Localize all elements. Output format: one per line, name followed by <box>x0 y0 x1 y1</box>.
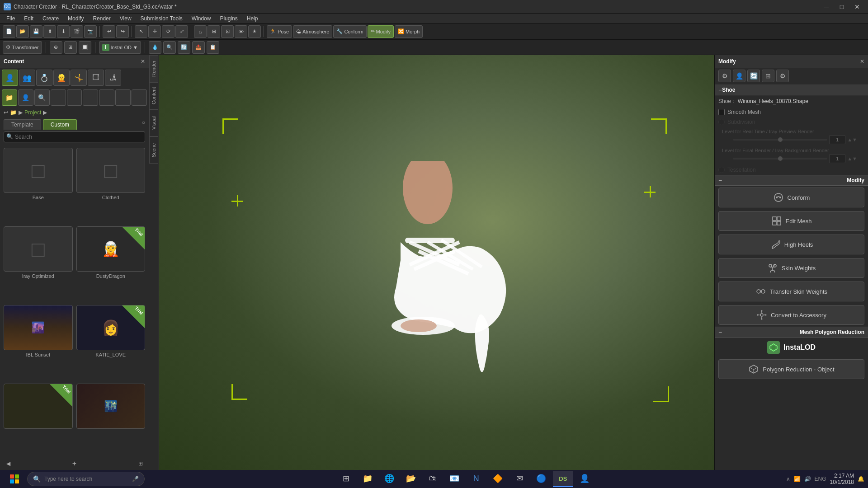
filter-btn[interactable]: 🔍 <box>34 89 50 106</box>
polygon-reduction-button[interactable]: Polygon Reduction - Object <box>718 359 864 379</box>
katie-thumb[interactable]: Trial 👩 <box>76 305 146 350</box>
instalod-button[interactable]: I InstaLOD ▼ <box>99 41 141 54</box>
clipboard-button[interactable]: 📋 <box>207 41 219 54</box>
taskbar-app9[interactable]: 🔵 <box>531 471 551 487</box>
open-file-button[interactable]: 📂 <box>16 25 29 38</box>
export2-button[interactable]: 📤 <box>192 41 205 54</box>
pose-icon-btn[interactable]: 🤸 <box>71 70 87 86</box>
level-realtime-value[interactable]: 1 <box>829 135 845 144</box>
taskbar-app7[interactable]: 🔶 <box>488 471 508 487</box>
rotate-button[interactable]: ⟳ <box>162 25 175 38</box>
menu-plugins[interactable]: Plugins <box>215 14 242 23</box>
content-side-tab[interactable]: Content <box>149 82 158 109</box>
level-realtime-thumb[interactable] <box>778 137 783 142</box>
menu-help[interactable]: Help <box>242 14 263 23</box>
animation-icon-btn[interactable]: 🎞 <box>88 70 104 86</box>
level-realtime-track[interactable] <box>733 139 827 141</box>
dustydragon-thumb[interactable]: Trial 🧝 <box>76 226 146 272</box>
magnify-button[interactable]: 🔍 <box>163 41 176 54</box>
level-final-thumb[interactable] <box>778 156 783 161</box>
menu-submission-tools[interactable]: Submission Tools <box>136 14 187 23</box>
group-button[interactable]: 🔲 <box>79 41 91 54</box>
modify-mesh-icon[interactable]: ⊞ <box>762 70 774 82</box>
taskbar-edge[interactable]: 🌐 <box>379 471 399 487</box>
refresh-button[interactable]: 🔄 <box>178 41 190 54</box>
scene-side-tab[interactable]: Scene <box>149 136 158 164</box>
list-item[interactable]: □ Iray Optimized <box>4 226 73 301</box>
empty-btn2[interactable] <box>67 89 82 106</box>
search-input[interactable] <box>4 131 145 142</box>
modify-section-header[interactable]: − Modify <box>715 175 868 186</box>
taskbar-app5[interactable]: 📧 <box>444 471 464 487</box>
empty-btn3[interactable] <box>83 89 98 106</box>
taskbar-notifications-icon[interactable]: 🔔 <box>858 476 864 482</box>
item7-thumb[interactable]: Trial <box>4 384 73 429</box>
close-button[interactable]: ✕ <box>850 2 864 11</box>
taskbar-wifi-icon[interactable]: 📶 <box>794 476 801 482</box>
conform-button[interactable]: Conform <box>718 188 864 207</box>
view-3d-button[interactable]: 👁 <box>235 25 247 38</box>
list-item[interactable]: □ Base <box>4 148 73 223</box>
import-button[interactable]: ⬆ <box>43 25 56 38</box>
save-file-button[interactable]: 💾 <box>30 25 42 38</box>
smooth-mesh-checkbox[interactable] <box>718 109 725 115</box>
list-item[interactable]: Trial 🧝 DustyDragon <box>76 226 146 301</box>
add-content-button[interactable]: + <box>70 459 79 468</box>
zoom-fit-button[interactable]: ⊞ <box>208 25 220 38</box>
level-final-arrows[interactable]: ▲▼ <box>847 156 857 161</box>
export-button[interactable]: ⬇ <box>57 25 70 38</box>
move-button[interactable]: ✛ <box>148 25 161 38</box>
list-view-btn[interactable]: 👤 <box>18 89 33 106</box>
modify-transform-icon[interactable]: 🔄 <box>747 70 760 82</box>
menu-render[interactable]: Render <box>88 14 115 23</box>
screenshot-button[interactable]: 📷 <box>84 25 97 38</box>
taskbar-volume-icon[interactable]: 🔊 <box>804 476 811 482</box>
list-item[interactable]: 🌆 IBL Sunset <box>4 305 73 380</box>
custom-tab[interactable]: Custom <box>43 119 77 130</box>
menu-window[interactable]: Window <box>187 14 216 23</box>
taskbar-store[interactable]: 🛍 <box>423 471 443 487</box>
template-tab[interactable]: Template <box>4 119 41 130</box>
render-button[interactable]: 🎬 <box>71 25 83 38</box>
menu-modify[interactable]: Modify <box>63 14 88 23</box>
undo-button[interactable]: ↩ <box>103 25 115 38</box>
new-file-button[interactable]: 📄 <box>3 25 15 38</box>
pose-button[interactable]: 🏃 Pose <box>267 25 292 38</box>
collapse-tab-icon[interactable]: ○ <box>142 119 145 130</box>
viewport[interactable] <box>159 55 714 470</box>
modify-toolbar-button[interactable]: ✏ Modify <box>368 25 394 38</box>
transformer-button[interactable]: ⚙ Transformer <box>3 41 42 54</box>
redo-button[interactable]: ↪ <box>116 25 129 38</box>
item8-thumb[interactable]: 🌃 <box>76 384 146 429</box>
iray-thumb[interactable]: □ <box>4 226 73 272</box>
task-view-button[interactable]: ⊞ <box>336 471 356 487</box>
level-final-track[interactable] <box>733 158 827 160</box>
base-thumb[interactable]: □ <box>4 148 73 193</box>
morph-toolbar-button[interactable]: 🔀 Morph <box>395 25 423 38</box>
atmosphere-button[interactable]: 🌤 Atmosphere <box>293 25 332 38</box>
menu-view[interactable]: View <box>115 14 136 23</box>
taskbar-app6[interactable]: N <box>466 471 486 487</box>
close-panel-icon[interactable]: ✕ <box>141 58 145 65</box>
mesh-polygon-section-header[interactable]: − Mesh Polygon Reduction <box>715 327 868 338</box>
maximize-button[interactable]: □ <box>835 2 849 11</box>
accessories-icon-btn[interactable]: 💍 <box>36 70 52 86</box>
close-right-panel-icon[interactable]: ✕ <box>860 58 864 65</box>
list-item[interactable]: □ Clothed <box>76 148 146 223</box>
list-item[interactable]: Trial 👩 KATIE_LOVE <box>76 305 146 380</box>
folder-view-btn[interactable]: 📁 <box>2 89 17 106</box>
hair-icon-btn[interactable]: 👱 <box>53 70 70 86</box>
characters-icon-btn[interactable]: 👥 <box>19 70 35 86</box>
modify-gear2-icon[interactable]: ⚙ <box>776 70 789 82</box>
empty-btn5[interactable] <box>115 89 131 106</box>
empty-btn1[interactable] <box>51 89 66 106</box>
align-button[interactable]: ⊞ <box>64 41 77 54</box>
level-final-value[interactable]: 1 <box>829 154 845 163</box>
ibl-sunset-thumb[interactable]: 🌆 <box>4 305 73 350</box>
modify-avatar-icon[interactable]: 👤 <box>733 70 745 82</box>
clothed-thumb[interactable]: □ <box>76 148 146 193</box>
list-item[interactable]: Trial <box>4 384 73 453</box>
edit-mesh-button[interactable]: Edit Mesh <box>718 211 864 231</box>
visual-side-tab[interactable]: Visual <box>149 109 158 136</box>
skin-weights-button[interactable]: Skin Weights <box>718 258 864 278</box>
